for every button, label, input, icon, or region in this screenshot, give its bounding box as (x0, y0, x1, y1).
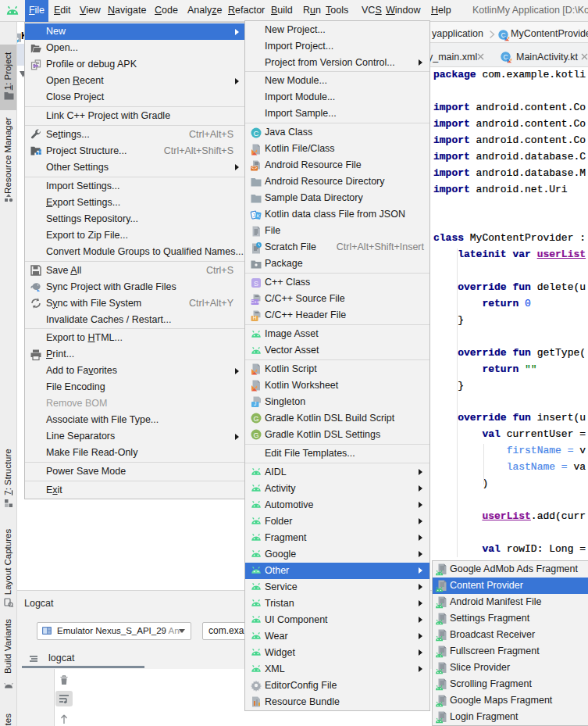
svg-text:G: G (253, 415, 258, 423)
svg-text:H: H (253, 315, 257, 320)
svg-text:G: G (253, 431, 258, 439)
svg-text:J: J (254, 402, 256, 407)
svg-text:C++: C++ (251, 299, 260, 304)
svg-text:S: S (254, 279, 258, 287)
svg-text:<>: <> (251, 165, 258, 170)
svg-text:C: C (254, 128, 259, 137)
